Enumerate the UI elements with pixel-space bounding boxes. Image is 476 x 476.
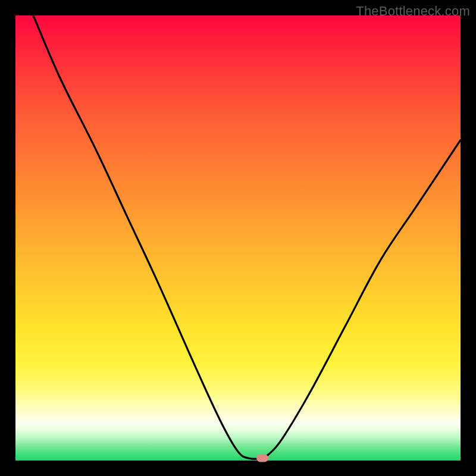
bottleneck-curve bbox=[15, 15, 461, 461]
plot-area bbox=[15, 15, 461, 461]
chart-frame: TheBottleneck.com bbox=[0, 0, 476, 476]
watermark-text: TheBottleneck.com bbox=[356, 4, 470, 19]
optimal-point-marker bbox=[256, 455, 268, 462]
